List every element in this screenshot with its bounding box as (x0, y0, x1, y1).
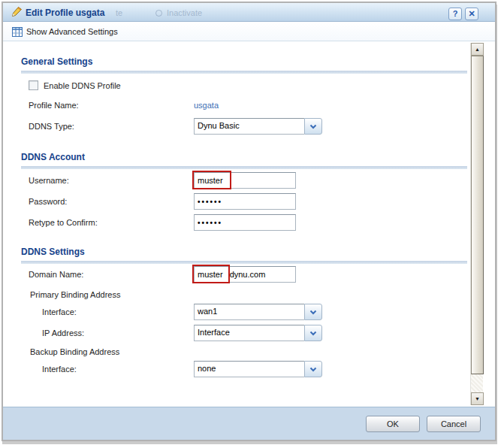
ip-address-selected-value: Interface (194, 325, 304, 341)
primary-interface-label: Interface: (42, 307, 77, 316)
profile-name-value: usgata (194, 101, 219, 110)
section-divider (21, 261, 467, 264)
table-grid-icon (12, 27, 23, 37)
primary-interface-select[interactable]: wan1 (194, 304, 322, 320)
domain-name-label: Domain Name: (29, 270, 83, 279)
ddns-type-selected-value: Dynu Basic (194, 118, 304, 135)
background-ghost-text: te (116, 8, 122, 17)
retype-confirm-label: Retype to Confirm: (29, 218, 98, 227)
section-title-general-settings: General Settings (21, 56, 92, 67)
section-divider (21, 71, 467, 74)
scrollbar-thumb[interactable] (471, 56, 484, 374)
password-label: Password: (29, 197, 67, 206)
chevron-down-icon (309, 367, 317, 372)
ok-button[interactable]: OK (366, 416, 420, 432)
enable-ddns-profile-label: Enable DDNS Profile (44, 81, 121, 90)
background-ghost-icon (155, 10, 162, 17)
section-title-ddns-account: DDNS Account (21, 152, 85, 162)
dialog-footer: OK Cancel (3, 407, 495, 440)
ip-address-select[interactable]: Interface (194, 325, 322, 341)
show-advanced-settings-button[interactable]: Show Advanced Settings (9, 25, 121, 38)
ddns-type-label: DDNS Type: (29, 122, 74, 131)
backup-interface-label: Interface: (42, 365, 77, 374)
section-title-ddns-settings: DDNS Settings (21, 247, 85, 257)
help-button[interactable]: ? (448, 8, 462, 20)
domain-name-rest-part: dynu.com (230, 267, 266, 282)
chevron-down-icon (309, 310, 317, 315)
dialog-toolbar: Show Advanced Settings (3, 22, 495, 41)
username-label: Username: (29, 176, 69, 185)
ip-address-dropdown-trigger[interactable] (304, 325, 322, 341)
vertical-scrollbar[interactable]: ▲ ▼ (470, 43, 483, 405)
dialog-title: Edit Profile usgata (26, 8, 104, 18)
annotation-box-username (192, 171, 231, 189)
section-divider (21, 166, 467, 169)
retype-confirm-input[interactable] (194, 214, 296, 231)
password-input[interactable] (194, 193, 296, 210)
ddns-type-select[interactable]: Dynu Basic (194, 118, 322, 135)
scroll-up-arrow-icon[interactable]: ▲ (471, 43, 484, 56)
ddns-type-dropdown-trigger[interactable] (304, 118, 322, 135)
chevron-down-icon (309, 331, 317, 336)
dialog-titlebar: Edit Profile usgata te Inactivate ? ✕ (3, 3, 495, 22)
scroll-down-arrow-icon[interactable]: ▼ (471, 392, 484, 405)
enable-ddns-profile-checkbox[interactable] (29, 80, 38, 90)
edit-profile-dialog: Edit Profile usgata te Inactivate ? ✕ Sh… (2, 2, 496, 441)
annotation-box-domain (192, 265, 230, 283)
backup-interface-dropdown-trigger[interactable] (304, 361, 322, 377)
backup-interface-selected-value: none (194, 361, 304, 377)
background-ghost-text: Inactivate (167, 8, 202, 17)
backup-binding-address-label: Backup Binding Address (30, 347, 119, 356)
chevron-down-icon (309, 124, 317, 129)
edit-pencil-icon (11, 6, 23, 18)
ip-address-label: IP Address: (42, 328, 84, 338)
primary-interface-dropdown-trigger[interactable] (304, 304, 322, 320)
close-button[interactable]: ✕ (465, 8, 478, 20)
cancel-button[interactable]: Cancel (427, 416, 481, 432)
show-advanced-settings-label: Show Advanced Settings (26, 27, 118, 36)
profile-name-label: Profile Name: (29, 101, 79, 110)
backup-interface-select[interactable]: none (194, 361, 322, 377)
primary-interface-selected-value: wan1 (194, 304, 304, 320)
primary-binding-address-label: Primary Binding Address (30, 290, 120, 299)
dialog-body: General Settings Enable DDNS Profile Pro… (3, 41, 495, 407)
